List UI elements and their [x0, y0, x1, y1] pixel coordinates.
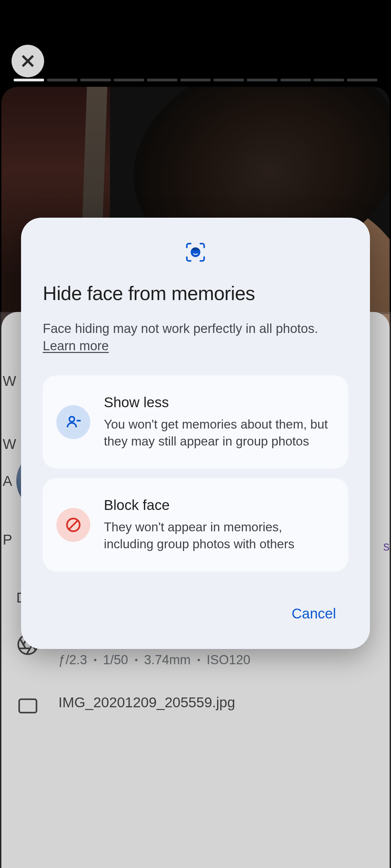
- option-show-less-desc: You won't get memories about them, but t…: [104, 416, 333, 450]
- dialog-title: Hide face from memories: [43, 282, 348, 304]
- progress-segment: [14, 79, 44, 81]
- cancel-button[interactable]: Cancel: [283, 600, 344, 627]
- hide-face-dialog: Hide face from memories Face hiding may …: [21, 218, 370, 649]
- progress-segment: [314, 79, 344, 81]
- option-block-face[interactable]: Block face They won't appear in memories…: [43, 478, 348, 572]
- story-progress: [14, 79, 377, 81]
- option-block-face-title: Block face: [104, 497, 333, 513]
- progress-segment: [213, 79, 244, 81]
- progress-segment: [114, 79, 144, 81]
- progress-segment: [347, 79, 377, 81]
- option-show-less-title: Show less: [104, 394, 333, 411]
- person-minus-icon: [56, 405, 90, 439]
- block-icon: [56, 508, 90, 542]
- learn-more-link[interactable]: Learn more: [43, 339, 109, 353]
- progress-segment: [47, 79, 77, 81]
- progress-segment: [247, 79, 277, 81]
- dialog-description: Face hiding may not work perfectly in al…: [43, 320, 348, 355]
- progress-segment: [280, 79, 311, 81]
- close-icon: [20, 53, 36, 69]
- status-bar: [0, 0, 391, 44]
- dialog-description-text: Face hiding may not work perfectly in al…: [43, 321, 318, 336]
- svg-point-13: [69, 416, 74, 421]
- progress-segment: [180, 79, 211, 81]
- face-scan-icon: [43, 241, 348, 264]
- close-button[interactable]: [12, 45, 44, 77]
- progress-segment: [147, 79, 178, 81]
- option-block-face-desc: They won't appear in memories, including…: [104, 519, 333, 553]
- svg-line-16: [69, 520, 78, 530]
- progress-segment: [80, 79, 111, 81]
- option-show-less[interactable]: Show less You won't get memories about t…: [43, 375, 348, 469]
